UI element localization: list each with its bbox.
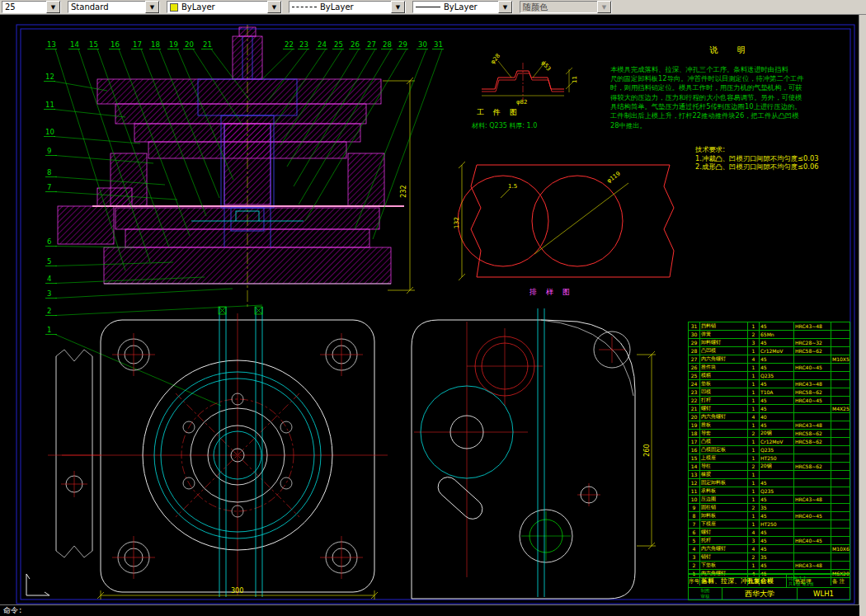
bom-cell-col0: 17 (689, 438, 700, 445)
drawing-canvas[interactable]: 232 123456789101112131415161718192021222… (0, 15, 859, 604)
bom-cell-col5 (831, 421, 850, 429)
bom-cell-col0: 4 (689, 545, 700, 553)
workpiece-dim-d53: φ53 (539, 59, 552, 73)
chevron-down-icon[interactable]: ▼ (46, 1, 60, 13)
bom-cell-col3: 45 (760, 545, 794, 553)
bom-cell-col3: Cr12MoV (760, 347, 794, 355)
bom-cell-col2: 4 (748, 529, 760, 536)
svg-text:1: 1 (47, 326, 51, 334)
dim-260-label: 260 (643, 444, 651, 456)
svg-text:17: 17 (133, 40, 142, 49)
command-line[interactable]: 命令: (0, 604, 859, 616)
table-row: 31挡料销145HRC43~48 (689, 322, 850, 331)
bom-cell-col0: 20 (689, 413, 700, 421)
chevron-down-icon[interactable]: ▼ (391, 1, 405, 13)
bom-cell-col0: 29 (689, 339, 700, 346)
table-row: 21螺钉145M4X25 (689, 405, 850, 413)
bom-cell-col1: 凹模 (700, 388, 748, 396)
bom-cell-col0: 28 (689, 347, 700, 355)
linetype-sample-icon (292, 7, 317, 7)
bom-table: 31挡料销145HRC43~4830弹簧265Mn29卸料螺钉345HRC28~… (688, 322, 850, 574)
svg-text:23: 23 (299, 40, 308, 49)
tech-requirements: 技术要求: 1.冲裁凸、凹模刃口间隙不均匀度≤0.03 2.成形凸、凹模刃口间隙… (695, 145, 856, 172)
scale-cells: 比例 1:1 共1张 第1张 (787, 575, 850, 587)
bom-cell-col0: 26 (689, 364, 700, 371)
table-row: 7下模座1HT250 (689, 520, 850, 529)
table-row: 28凸凹模1Cr12MoVHRC58~62 (689, 347, 850, 355)
bom-cell-col0: 12 (689, 479, 700, 487)
bom-cell-col3: 45 (760, 512, 794, 520)
bom-cell-col1: 销钉 (700, 553, 748, 561)
bom-cell-col4 (794, 413, 831, 421)
bom-cell-col2: 1 (748, 471, 760, 478)
bom-cell-col1: 螺钉 (700, 529, 748, 536)
table-row: 29卸料螺钉345HRC28~32 (689, 339, 850, 347)
callout-10: 10 (44, 128, 140, 143)
bom-cell-col2: 1 (748, 454, 760, 462)
svg-text:18: 18 (151, 40, 160, 49)
svg-text:14: 14 (70, 40, 79, 49)
bom-cell-col4 (794, 520, 831, 528)
bom-cell-col4: HRC58~62 (794, 347, 831, 355)
plan-view-left: 300 (48, 307, 388, 600)
bom-cell-col4: HRC58~62 (794, 463, 831, 470)
chevron-down-icon[interactable]: ▼ (145, 1, 159, 13)
bom-cell-col5 (831, 553, 850, 561)
lineweight-combo[interactable]: ByLayer ▼ (412, 1, 513, 13)
bom-cell-col0: 6 (689, 529, 700, 536)
bom-cell-col2: 3 (748, 339, 760, 346)
bom-cell-col3: 45 (760, 421, 794, 429)
bom-cell-col0: 30 (689, 331, 700, 338)
bom-cell-col4 (794, 487, 831, 495)
bom-cell-col0: 5 (689, 537, 700, 544)
table-row: 14导柱220钢HRC58~62 (689, 463, 850, 471)
text-style-combo[interactable]: Standard ▼ (68, 1, 160, 13)
bom-cell-col2: 2 (748, 430, 760, 437)
bom-cell-col5: M10X60 (831, 545, 850, 553)
bom-cell-col4 (794, 446, 831, 454)
strip-layout-title: 排 样 图 (529, 288, 573, 296)
lineweight-sample-icon (416, 7, 440, 7)
bom-cell-col5 (831, 496, 850, 503)
description-title: 说 明 (610, 45, 853, 54)
bom-cell-col1: 打杆 (700, 397, 748, 404)
bom-cell-col2: 2 (748, 463, 760, 470)
bom-cell-col4 (794, 504, 831, 511)
scale-line: 比例 1:1 (788, 576, 848, 581)
bom-cell-col2: 1 (748, 364, 760, 371)
bom-cell-col2: 1 (748, 487, 760, 495)
description-body: 本模具完成落料、拉深、冲孔三个工序。条料送进时由挡料 尺的固定卸料板12导向。冲… (610, 65, 853, 130)
svg-text:20: 20 (185, 40, 194, 49)
bom-cell-col4: HRC40~45 (794, 364, 831, 371)
table-row: 2下垫板145HRC43~48 (689, 562, 850, 570)
bom-cell-col0: 27 (689, 355, 700, 363)
bom-cell-col4: HRC43~48 (794, 562, 831, 569)
linetype-combo[interactable]: ByLayer ▼ (289, 1, 406, 13)
bom-cell-col5 (831, 388, 850, 396)
lineweight-value: ByLayer (444, 2, 478, 12)
table-row: 25模柄1Q235 (689, 372, 850, 380)
chevron-down-icon[interactable]: ▼ (498, 1, 512, 13)
workpiece-figure: φ28 φ53 φ82 11 工 件 图 材料: Q235 料厚: 1.0 (471, 53, 578, 129)
bom-cell-col5 (831, 529, 850, 536)
layer-combo[interactable]: 25 ▼ (2, 1, 61, 13)
description-block: 说 明 本模具完成落料、拉深、冲孔三个工序。条料送进时由挡料 尺的固定卸料板12… (610, 36, 853, 139)
table-row: 15上模座1HT250 (689, 454, 850, 463)
bom-cell-col4: HRC28~32 (794, 339, 831, 346)
bom-cell-col5: M4X25 (831, 405, 850, 412)
bom-cell-col3: 45 (760, 397, 794, 404)
bom-cell-col1: 托杆 (700, 537, 748, 544)
bom-cell-col1: 模柄 (700, 372, 748, 379)
bom-cell-col3: 45 (760, 322, 794, 330)
color-combo[interactable]: ByLayer ▼ (167, 1, 282, 13)
bom-cell-col4 (794, 471, 831, 478)
table-row: 12固定卸料板145 (689, 479, 850, 487)
bom-cell-col4 (794, 553, 831, 561)
bom-cell-col1: 挡料销 (700, 322, 748, 330)
bom-cell-col5 (831, 504, 850, 511)
chevron-down-icon[interactable]: ▼ (267, 1, 281, 13)
callout-2: 2 (45, 305, 262, 316)
svg-text:28: 28 (383, 40, 392, 49)
table-row: 22打杆145HRC40~45 (689, 397, 850, 405)
svg-text:10: 10 (45, 128, 54, 136)
